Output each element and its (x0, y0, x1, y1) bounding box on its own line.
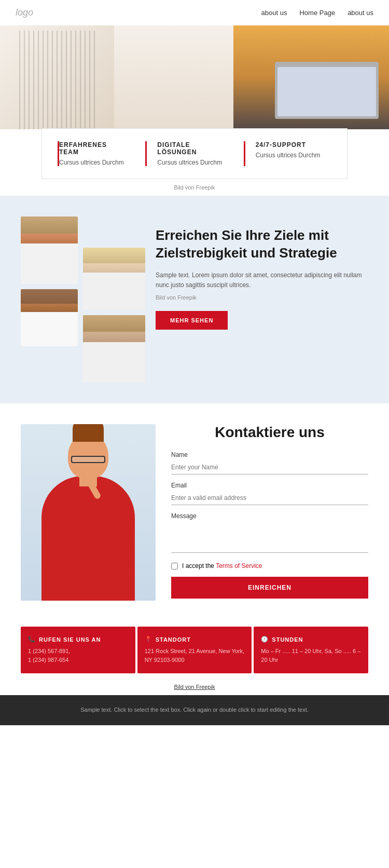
feature-title-1: ERFAHRENES TEAM (59, 141, 124, 156)
info-box-hours-text: Mo – Fr ..... 11 – 20 Uhr, Sa, So ..... … (261, 647, 361, 664)
nav-links: about us Home Page about us (261, 9, 373, 17)
photo-col-right (83, 216, 145, 383)
bottom-credit-link[interactable]: Bild von Freepik (174, 684, 215, 690)
footer-text: Sample text. Click to select the text bo… (80, 707, 309, 713)
contact-form: Kontaktiere uns Name Email Message I acc… (171, 424, 368, 599)
feature-title-3: 24/7-SUPPORT (256, 141, 321, 148)
name-label: Name (171, 451, 368, 458)
info-box-hours-title: 🕐 STUNDEN (261, 636, 361, 643)
info-box-phone: 📞 RUFEN SIE UNS AN 1 (234) 567-891,1 (23… (21, 627, 135, 673)
submit-button[interactable]: EINREICHEN (171, 577, 368, 599)
info-box-hours: 🕐 STUNDEN Mo – Fr ..... 11 – 20 Uhr, Sa,… (254, 627, 368, 673)
nav-link-3[interactable]: about us (348, 9, 373, 17)
feature-desc-1: Cursus ultrices Durchm (59, 159, 124, 166)
feature-title-2: DIGITALE LÖSUNGEN (157, 141, 223, 156)
location-icon: 📍 (145, 636, 152, 643)
info-box-location-title: 📍 STANDORT (145, 636, 245, 643)
tos-text: I accept the Terms of Service (182, 562, 262, 569)
photo-blonde (83, 248, 145, 310)
info-boxes: 📞 RUFEN SIE UNS AN 1 (234) 567-891,1 (23… (0, 621, 389, 679)
team-content: Erreichen Sie Ihre Ziele mit Zielstrebig… (156, 216, 368, 330)
photo-redbeard (21, 216, 78, 284)
phone-icon: 📞 (28, 636, 36, 643)
tos-row: I accept the Terms of Service (171, 562, 368, 569)
name-group: Name (171, 451, 368, 474)
contact-section: Kontaktiere uns Name Email Message I acc… (0, 403, 389, 621)
info-box-location-text: 121 Rock Street, 21 Avenue, New York, NY… (145, 647, 245, 664)
email-label: Email (171, 482, 368, 489)
nav-link-2[interactable]: Home Page (299, 9, 335, 17)
team-section: Erreichen Sie Ihre Ziele mit Zielstrebig… (0, 196, 389, 403)
photo-col-left (21, 216, 78, 383)
navigation: logo about us Home Page about us (0, 0, 389, 25)
feature-item-2: DIGITALE LÖSUNGEN Cursus ultrices Durchm (145, 141, 233, 166)
hero-credit: Bild von Freepik (0, 179, 389, 196)
features-strip: ERFAHRENES TEAM Cursus ultrices Durchm D… (41, 128, 348, 179)
footer: Sample text. Click to select the text bo… (0, 695, 389, 725)
team-title: Erreichen Sie Ihre Ziele mit Zielstrebig… (156, 227, 368, 262)
team-credit: Bild von Freepik (156, 294, 368, 301)
hero-image (0, 25, 389, 129)
tos-checkbox[interactable] (171, 563, 178, 569)
bottom-credit: Bild von Freepik (0, 679, 389, 695)
team-description: Sample text. Lorem ipsum dolor sit amet,… (156, 270, 368, 290)
info-box-phone-text: 1 (234) 567-891,1 (234) 987-654 (28, 647, 128, 664)
mehr-sehen-button[interactable]: MEHR SEHEN (156, 311, 228, 330)
feature-desc-3: Cursus ultrices Durchm (256, 152, 321, 159)
name-input[interactable] (171, 460, 368, 474)
contact-photo (21, 424, 156, 601)
feature-item-1: ERFAHRENES TEAM Cursus ultrices Durchm (58, 141, 135, 166)
email-group: Email (171, 482, 368, 505)
photo-youngman (83, 315, 145, 383)
message-label: Message (171, 512, 368, 520)
contact-title: Kontaktiere uns (171, 424, 368, 441)
info-box-phone-title: 📞 RUFEN SIE UNS AN (28, 636, 128, 643)
info-box-location: 📍 STANDORT 121 Rock Street, 21 Avenue, N… (137, 627, 252, 673)
clock-icon: 🕐 (261, 636, 269, 643)
feature-item-3: 24/7-SUPPORT Cursus ultrices Durchm (244, 141, 331, 166)
tos-link[interactable]: Terms of Service (216, 562, 262, 569)
nav-link-1[interactable]: about us (261, 9, 287, 17)
logo: logo (16, 7, 33, 18)
message-textarea[interactable] (171, 522, 368, 553)
feature-desc-2: Cursus ultrices Durchm (157, 159, 223, 166)
message-group: Message (171, 512, 368, 555)
team-photos (21, 216, 145, 383)
photo-darkskin (21, 289, 78, 346)
email-input[interactable] (171, 491, 368, 505)
